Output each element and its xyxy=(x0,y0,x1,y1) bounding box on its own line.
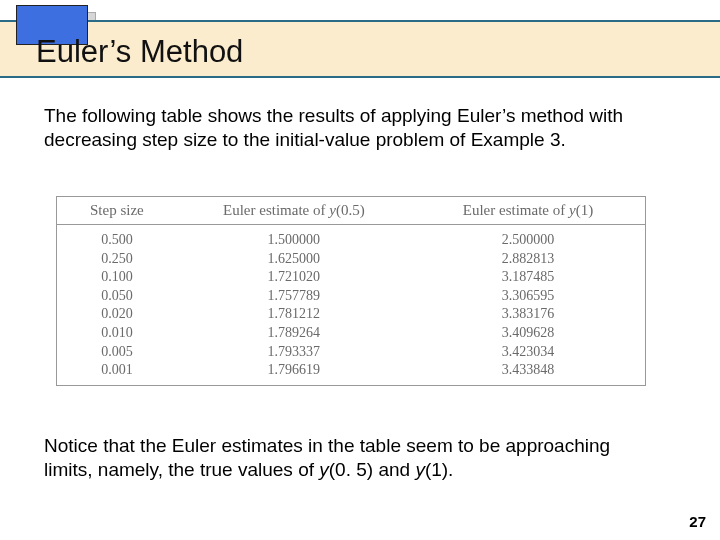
cell-step: 0.050 xyxy=(57,286,177,305)
cell-y05: 1.500000 xyxy=(177,225,411,250)
cell-step: 0.005 xyxy=(57,342,177,361)
cell-y05: 1.781212 xyxy=(177,305,411,324)
cell-y1: 3.383176 xyxy=(411,305,645,324)
cell-step: 0.250 xyxy=(57,249,177,268)
table-row: 0.0051.7933373.423034 xyxy=(57,342,645,361)
page-number: 27 xyxy=(689,513,706,530)
cell-step: 0.500 xyxy=(57,225,177,250)
cell-y05: 1.789264 xyxy=(177,324,411,343)
table-row: 0.1001.7210203.187485 xyxy=(57,268,645,287)
table-body: 0.5001.5000002.500000 0.2501.6250002.882… xyxy=(57,225,645,386)
table-row: 0.0011.7966193.433848 xyxy=(57,361,645,385)
cell-y1: 3.409628 xyxy=(411,324,645,343)
col-y1-var: y xyxy=(569,202,576,218)
intro-paragraph: The following table shows the results of… xyxy=(44,104,640,152)
cell-step: 0.010 xyxy=(57,324,177,343)
col-y1-arg: (1) xyxy=(576,202,594,218)
para2-y1-arg: (1). xyxy=(425,459,454,480)
cell-y05: 1.721020 xyxy=(177,268,411,287)
col-y05-var: y xyxy=(329,202,336,218)
table-header-row: Step size Euler estimate of y(0.5) Euler… xyxy=(57,197,645,225)
cell-y1: 3.433848 xyxy=(411,361,645,385)
page-title: Euler’s Method xyxy=(36,34,243,70)
table-row: 0.5001.5000002.500000 xyxy=(57,225,645,250)
cell-y1: 2.882813 xyxy=(411,249,645,268)
cell-step: 0.100 xyxy=(57,268,177,287)
cell-y1: 2.500000 xyxy=(411,225,645,250)
euler-table: Step size Euler estimate of y(0.5) Euler… xyxy=(56,196,646,386)
col-estimate-y05: Euler estimate of y(0.5) xyxy=(177,197,411,225)
cell-y1: 3.187485 xyxy=(411,268,645,287)
table-row: 0.0201.7812123.383176 xyxy=(57,305,645,324)
cell-y05: 1.757789 xyxy=(177,286,411,305)
cell-y1: 3.306595 xyxy=(411,286,645,305)
para2-y1-var: y xyxy=(415,459,425,480)
para2-and: and xyxy=(373,459,415,480)
cell-y05: 1.796619 xyxy=(177,361,411,385)
table-row: 0.0501.7577893.306595 xyxy=(57,286,645,305)
col-y05-prefix: Euler estimate of xyxy=(223,202,329,218)
col-y05-arg: (0.5) xyxy=(336,202,365,218)
col-y1-prefix: Euler estimate of xyxy=(463,202,569,218)
cell-y05: 1.625000 xyxy=(177,249,411,268)
para2-y05-arg: (0. 5) xyxy=(329,459,373,480)
cell-y05: 1.793337 xyxy=(177,342,411,361)
col-step-size: Step size xyxy=(57,197,177,225)
col-estimate-y1: Euler estimate of y(1) xyxy=(411,197,645,225)
table-row: 0.0101.7892643.409628 xyxy=(57,324,645,343)
table-row: 0.2501.6250002.882813 xyxy=(57,249,645,268)
cell-step: 0.001 xyxy=(57,361,177,385)
cell-y1: 3.423034 xyxy=(411,342,645,361)
cell-step: 0.020 xyxy=(57,305,177,324)
conclusion-paragraph: Notice that the Euler estimates in the t… xyxy=(44,434,640,482)
slide: Euler’s Method The following table shows… xyxy=(0,0,720,540)
para2-y05-var: y xyxy=(319,459,329,480)
